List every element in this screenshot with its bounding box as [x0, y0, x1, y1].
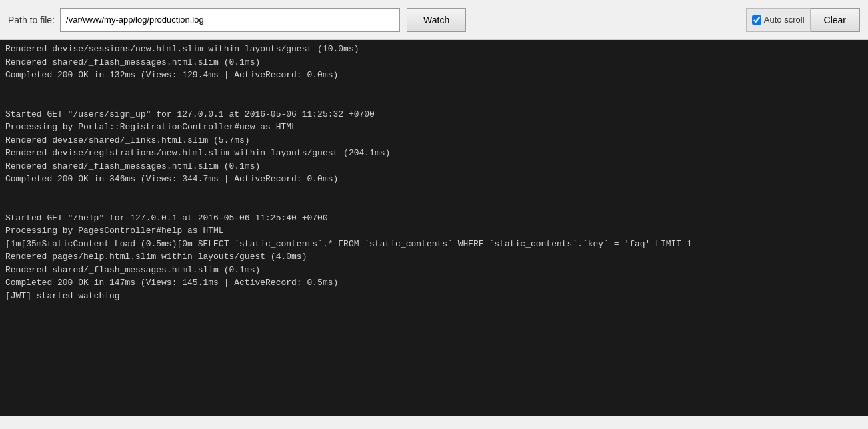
auto-scroll-checkbox[interactable] [752, 15, 761, 25]
log-content: Rendered devise/sessions/new.html.slim w… [0, 40, 868, 305]
bottom-bar [0, 416, 868, 429]
toolbar: Path to file: Watch Auto scroll Clear [0, 0, 868, 40]
path-label: Path to file: [8, 15, 55, 25]
path-input[interactable] [60, 8, 400, 32]
auto-scroll-label[interactable]: Auto scroll [746, 8, 811, 32]
right-controls: Auto scroll Clear [746, 8, 860, 32]
auto-scroll-text: Auto scroll [764, 15, 805, 25]
clear-button[interactable]: Clear [811, 8, 860, 32]
watch-button[interactable]: Watch [407, 8, 466, 32]
log-container[interactable]: Rendered devise/sessions/new.html.slim w… [0, 40, 868, 416]
